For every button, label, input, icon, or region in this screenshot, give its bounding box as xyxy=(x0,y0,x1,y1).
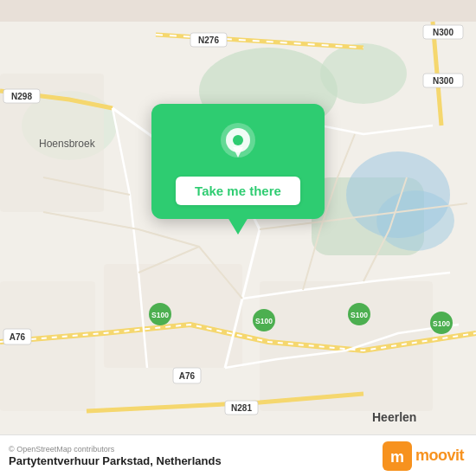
svg-text:A76: A76 xyxy=(10,332,26,342)
svg-rect-9 xyxy=(104,264,242,368)
svg-text:N298: N298 xyxy=(11,92,32,101)
bottom-bar-info: © OpenStreetMap contributors Partytentve… xyxy=(9,445,222,467)
svg-text:N300: N300 xyxy=(433,28,453,37)
moovit-logo: m moovit xyxy=(383,441,464,471)
svg-text:S100: S100 xyxy=(433,319,450,328)
svg-text:S100: S100 xyxy=(255,317,273,325)
svg-text:m: m xyxy=(390,448,404,466)
svg-text:S100: S100 xyxy=(351,311,368,319)
take-me-there-button[interactable]: Take me there xyxy=(176,177,300,205)
svg-point-2 xyxy=(320,43,407,104)
moovit-text: moovit xyxy=(415,447,464,465)
svg-text:S100: S100 xyxy=(151,311,169,319)
svg-point-6 xyxy=(376,190,454,251)
bottom-bar: © OpenStreetMap contributors Partytentve… xyxy=(0,434,476,476)
svg-text:N300: N300 xyxy=(433,76,453,86)
moovit-icon-svg: m xyxy=(383,441,412,471)
svg-rect-10 xyxy=(0,281,95,411)
svg-text:N281: N281 xyxy=(231,403,252,413)
svg-point-37 xyxy=(233,135,243,145)
svg-text:N276: N276 xyxy=(198,35,219,45)
location-pin-icon xyxy=(215,119,261,164)
location-popup: Take me there xyxy=(151,104,325,219)
place-name: Partytentverhuur Parkstad, Netherlands xyxy=(9,454,222,467)
svg-text:A76: A76 xyxy=(179,371,196,381)
map-svg: N300 N300 N276 N298 A76 A76 S100 S100 S1… xyxy=(0,0,476,476)
map-container: N300 N300 N276 N298 A76 A76 S100 S100 S1… xyxy=(0,0,476,476)
svg-text:Heerlen: Heerlen xyxy=(372,410,416,424)
map-attribution: © OpenStreetMap contributors xyxy=(9,445,222,453)
svg-text:Hoensbroek: Hoensbroek xyxy=(39,138,96,150)
